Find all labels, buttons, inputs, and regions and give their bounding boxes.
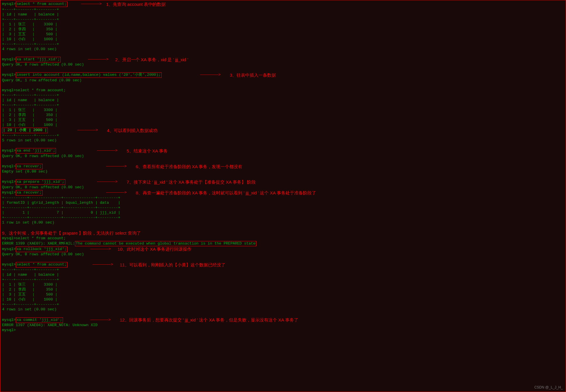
table-border: +----+--------+---------+	[0, 42, 566, 47]
sql-xa-prepare: xa prepare 'jjj_xid';	[16, 179, 65, 185]
table-row: | 1 | 张三 | 3300 |	[0, 282, 566, 287]
prompt: mysql>	[2, 73, 16, 78]
prompt: mysql>	[2, 318, 16, 323]
error-1397: ERROR 1397 (XAE04): XAER_NOTA: Unknown X…	[0, 323, 566, 328]
prompt: mysql>	[2, 57, 16, 62]
arrow-icon: ————————>	[61, 57, 115, 62]
table-row: | 2 | 李四 | 350 |	[0, 113, 566, 118]
result-count: 4 rows in set (0.00 sec)	[0, 307, 566, 312]
annotation-1: 1、先查询 account 表中的数据	[106, 1, 166, 7]
terminal-window[interactable]: mysql> select * from account; ————————> …	[0, 0, 566, 392]
result-count: 5 rows in set (0.00 sec)	[0, 138, 566, 143]
result-count: 1 row in set (0.00 sec)	[0, 220, 566, 225]
table-row-inserted: | 20 | 小黄 | 2000 |	[2, 128, 48, 133]
query-ok: Query OK, 0 rows affected (0.00 sec)	[0, 62, 566, 67]
query-ok: Query OK, 0 rows affected (0.00 sec)	[0, 154, 566, 159]
empty-set: Empty set (0.00 sec)	[0, 169, 566, 174]
prompt: mysql>	[2, 164, 16, 169]
arrow-icon: ————————>	[67, 2, 106, 7]
annotation-9: 9、这个时候，全局事务处于【 prapare 】阶段，无法执行 select 查…	[2, 230, 141, 236]
table-row: | 1 | 张三 | 3300 |	[0, 22, 566, 27]
arrow-icon: ————————>	[43, 190, 136, 195]
sql-select-all-3: select * from account;	[16, 236, 66, 241]
recover-border: +----------+--------------+-------------…	[0, 215, 566, 220]
annotation-12: 12、回滚事务后，想要再次提交 ' jjj_xid ' 这个 XA 事务，但是失…	[120, 317, 298, 323]
sql-xa-recover-1: xa recover;	[16, 164, 43, 169]
sql-xa-rollback: xa rollback 'jjj_xid';	[16, 247, 68, 252]
recover-border: +----------+--------------+-------------…	[0, 196, 566, 201]
arrow-icon: ————————>	[65, 180, 127, 184]
error-1399-msg: The command cannot be executed when glob…	[75, 241, 256, 247]
annotation-4: 4、可以看到插入数据成功	[107, 128, 157, 133]
arrow-icon: ————————>	[43, 164, 136, 169]
prompt: mysql>	[2, 247, 16, 252]
sql-xa-start: xa start 'jjj_xid';	[16, 57, 61, 62]
prompt: mysql>	[2, 148, 16, 153]
table-row: | 3 | 王五 | 500 |	[0, 32, 566, 37]
annotation-2: 2、开启一个 XA 事务，xid 是 ' jjj_xid '	[115, 57, 188, 63]
sql-select-all-4: select * from account;	[16, 262, 68, 268]
annotation-7: 7、接下来让 ' jjj_xid ' 这个 XA 事务处于【准备提交 XA 事务…	[127, 179, 255, 185]
table-row: | 3 | 王五 | 500 |	[0, 118, 566, 123]
prompt: mysql>	[2, 2, 16, 7]
sql-select-all-2: select * from account;	[16, 88, 66, 93]
query-ok: Query OK, 0 rows affected (0.00 sec)	[0, 252, 566, 257]
table-header: | id | name | balance |	[0, 98, 566, 103]
table-header: | id | name | balance |	[0, 273, 566, 277]
table-row: | 3 | 王五 | 500 |	[0, 292, 566, 297]
result-count: 4 rows in set (0.00 sec)	[0, 47, 566, 52]
prompt: mysql>	[2, 180, 16, 184]
prompt: mysql>	[2, 88, 16, 93]
watermark: CSDN @_L_J_H_	[534, 385, 563, 390]
table-border: +----+--------+---------+	[0, 17, 566, 22]
recover-border: +----------+--------------+-------------…	[0, 205, 566, 210]
table-border: +----+--------+---------+	[0, 268, 566, 273]
recover-header: | formatID | gtrid_length | bqual_length…	[0, 201, 566, 205]
table-border: +----+--------+---------+	[0, 302, 566, 307]
error-1399-prefix: ERROR 1399 (XAE07): XAER_RMFAIL:	[2, 241, 75, 246]
annotation-6: 6、查看所有处于准备阶段的 XA 事务，发现一个都没有	[136, 164, 243, 170]
arrow-icon: ————————>	[56, 148, 127, 153]
table-border: +----+--------+---------+	[0, 7, 566, 12]
annotation-3: 3、往表中插入一条数据	[230, 72, 276, 78]
sql-xa-commit: xa commit 'jjj_xid';	[16, 317, 63, 323]
table-row: | 10 | 小白 | 1000 |	[0, 123, 566, 128]
table-row: | 10 | 小白 | 1000 |	[0, 297, 566, 302]
annotation-5: 5、结束这个 XA 事务	[127, 148, 168, 154]
annotation-8: 8、再查一遍处于准备阶段的 XA 事务，这时就可以看到 ' jjj_xid ' …	[136, 190, 316, 196]
table-border: +----+--------+---------+	[0, 277, 566, 282]
table-row: | 2 | 李四 | 350 |	[0, 27, 566, 32]
prompt: mysql>	[2, 262, 16, 267]
prompt: mysql>	[2, 328, 16, 333]
table-border: +----+--------+---------+	[0, 133, 566, 138]
arrow-icon: ————————>	[67, 262, 120, 267]
arrow-icon: ————————>	[67, 247, 118, 252]
annotation-10: 10、此时对这个 XA 事务进行回滚操作	[118, 246, 192, 252]
sql-select-all-1: select * from account;	[16, 1, 68, 7]
query-ok: Query OK, 0 rows affected (0.00 sec)	[0, 185, 566, 190]
table-border: +----+--------+---------+	[0, 93, 566, 98]
query-ok: Query OK, 1 row affected (0.00 sec)	[0, 78, 566, 83]
arrow-icon: ————————>	[162, 73, 230, 78]
sql-xa-end: xa end 'jjj_xid';	[16, 148, 56, 154]
table-row: | 2 | 李四 | 350 |	[0, 287, 566, 292]
prompt: mysql>	[2, 190, 16, 195]
annotation-11: 11、可以看到，刚刚插入的【小黄】这个数据已经没了	[120, 262, 225, 268]
table-header: | id | name | balance |	[0, 12, 566, 17]
sql-xa-recover-2: xa recover;	[16, 190, 43, 196]
arrow-icon: ————————>	[63, 318, 120, 323]
table-row: | 1 | 张三 | 3300 |	[0, 108, 566, 113]
prompt: mysql>	[2, 236, 16, 241]
arrow-icon: ————————>	[48, 128, 107, 133]
table-row: | 10 | 小白 | 1000 |	[0, 37, 566, 42]
sql-insert: insert into account (id,name,balance) va…	[16, 72, 162, 78]
table-border: +----+--------+---------+	[0, 103, 566, 108]
recover-row: | 1 | 7 | 0 | jjj_xid |	[0, 210, 566, 215]
